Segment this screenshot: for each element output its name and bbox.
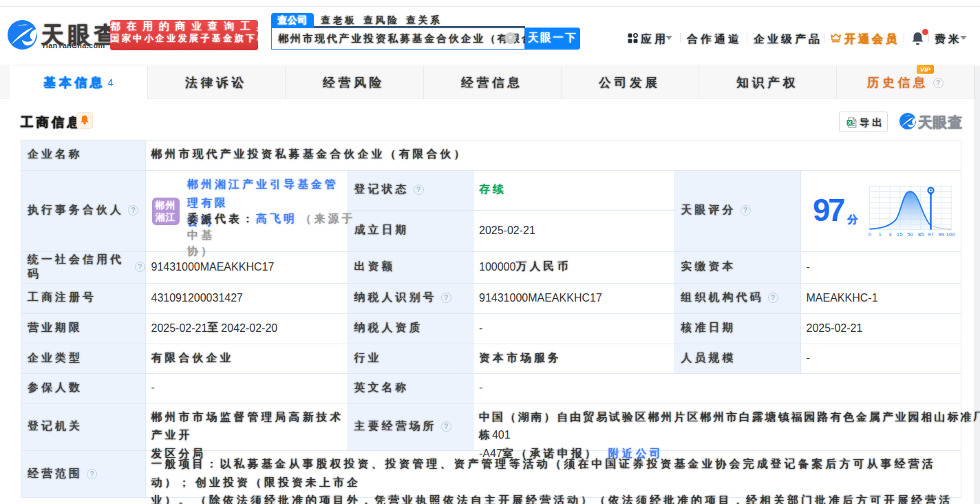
svg-text:100: 100 (946, 231, 955, 238)
svg-text:1: 1 (878, 231, 881, 238)
svg-text:97: 97 (928, 231, 934, 238)
svg-text:0: 0 (869, 231, 872, 238)
svg-text:X: X (848, 120, 851, 126)
svg-text:3: 3 (888, 231, 891, 238)
svg-text:99: 99 (938, 231, 944, 238)
svg-text:85: 85 (918, 231, 924, 238)
svg-text:50: 50 (907, 231, 913, 238)
svg-text:15: 15 (897, 231, 903, 238)
